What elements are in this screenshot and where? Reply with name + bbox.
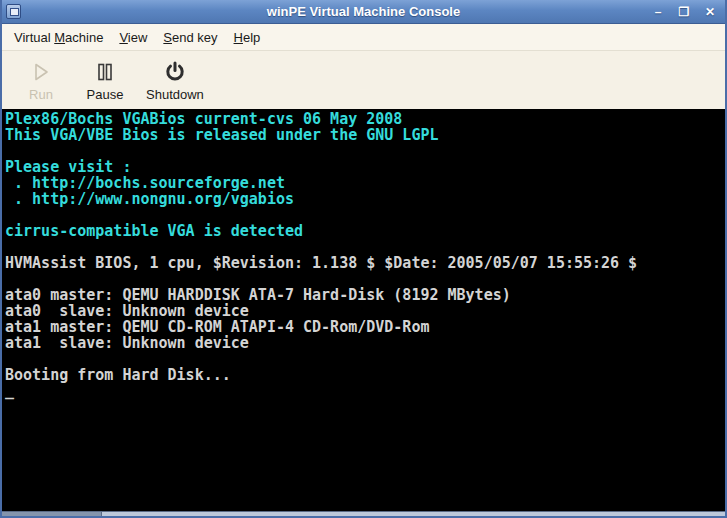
scrollbar-thumb[interactable] [2,512,102,516]
console-line: . http://bochs.sourceforge.net [5,175,725,191]
menu-help[interactable]: Help [226,26,269,49]
menu-bar: Virtual Machine View Send key Help [2,24,725,51]
console-line [5,143,725,159]
console-line: This VGA/VBE Bios is released under the … [5,127,725,143]
console-line: HVMAssist BIOS, 1 cpu, $Revision: 1.138 … [5,255,725,271]
console-line: ata1 slave: Unknown device [5,335,725,351]
console-line: ata0 slave: Unknown device [5,303,725,319]
play-icon [29,59,53,85]
window-icon[interactable] [6,4,21,19]
menu-view[interactable]: View [111,26,155,49]
console-line: cirrus-compatible VGA is detected [5,223,725,239]
pause-label: Pause [87,87,124,102]
pause-icon [93,59,117,85]
minimize-icon[interactable]: – [651,6,665,18]
vm-console-window: winPE Virtual Machine Console – ❐ ✕ Virt… [0,0,727,518]
console-line [5,271,725,287]
power-icon [163,59,187,85]
horizontal-scrollbar[interactable] [2,511,725,518]
pause-button[interactable]: Pause [76,57,134,104]
console-line [5,207,725,223]
console-cursor: _ [5,383,725,399]
window-controls: – ❐ ✕ [651,6,725,18]
shutdown-label: Shutdown [146,87,204,102]
menu-send-key[interactable]: Send key [155,26,225,49]
console-line: Please visit : [5,159,725,175]
console-output: Plex86/Bochs VGABios current-cvs 06 May … [5,111,725,399]
console-line: Plex86/Bochs VGABios current-cvs 06 May … [5,111,725,127]
console-line: Booting from Hard Disk... [5,367,725,383]
console-line: ata0 master: QEMU HARDDISK ATA-7 Hard-Di… [5,287,725,303]
console-line: . http://www.nongnu.org/vgabios [5,191,725,207]
console-line: ata1 master: QEMU CD-ROM ATAPI-4 CD-Rom/… [5,319,725,335]
shutdown-button[interactable]: Shutdown [140,57,210,104]
window-title: winPE Virtual Machine Console [2,4,725,19]
run-button[interactable]: Run [12,57,70,104]
console-line [5,351,725,367]
title-bar[interactable]: winPE Virtual Machine Console – ❐ ✕ [2,0,725,24]
console-line [5,239,725,255]
toolbar: Run Pause Shutdown [2,51,725,109]
run-label: Run [29,87,53,102]
console-screen[interactable]: Plex86/Bochs VGABios current-cvs 06 May … [2,109,725,511]
maximize-icon[interactable]: ❐ [677,6,691,18]
menu-virtual-machine[interactable]: Virtual Machine [6,26,111,49]
close-icon[interactable]: ✕ [703,6,717,18]
